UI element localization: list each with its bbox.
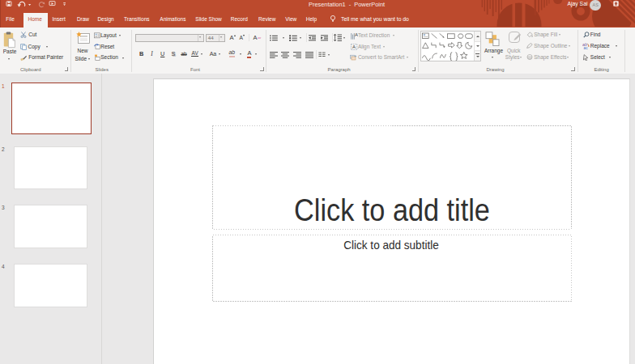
svg-text:A: A [352,44,356,49]
svg-text:ac: ac [584,45,589,49]
